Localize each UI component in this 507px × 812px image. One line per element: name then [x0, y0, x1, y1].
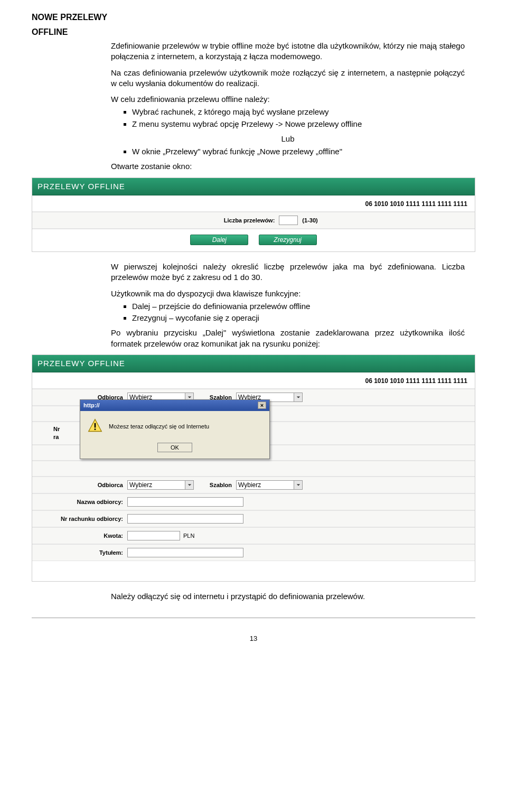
chevron-down-icon[interactable]	[185, 480, 194, 490]
steps-list-2: W oknie „Przelewy" wybrać funkcję „Nowe …	[132, 146, 465, 157]
open-window-text: Otwarte zostanie okno:	[111, 161, 465, 172]
intro-paragraph-2: Na czas definiowania przelewów użytkowni…	[111, 68, 465, 89]
panel2-header: PRZELEWY OFFLINE	[32, 355, 475, 372]
offline-panel-simple: PRZELEWY OFFLINE 06 1010 1010 1111 1111 …	[32, 178, 475, 252]
currency-label: PLN	[183, 532, 194, 540]
disconnect-dialog: http:// × Możesz teraz odłączyć się od I…	[80, 399, 270, 459]
step-item-3: W oknie „Przelewy" wybrać funkcję „Nowe …	[132, 146, 465, 157]
nr-short-label: Nr ra	[37, 425, 69, 441]
account-no-label: Nr rachunku odbiorcy:	[37, 515, 127, 523]
page-title-line1: NOWE PRZELEWY	[32, 12, 475, 23]
steps-list: Wybrać rachunek, z którego mają być wysł…	[132, 107, 465, 129]
warning-icon	[88, 418, 102, 435]
account-no-input[interactable]	[127, 514, 243, 524]
panel-header: PRZELEWY OFFLINE	[32, 178, 475, 195]
recipient-name-label: Nazwa odbiorcy:	[37, 498, 127, 506]
step-item-2: Z menu systemu wybrać opcję Przelewy -> …	[132, 119, 465, 129]
or-label: Lub	[111, 134, 465, 144]
chevron-down-icon[interactable]	[294, 393, 303, 402]
count-input[interactable]	[279, 216, 298, 225]
ok-button[interactable]: OK	[157, 443, 192, 452]
title-input[interactable]	[127, 548, 243, 557]
panel2-account: 06 1010 1010 1111 1111 1111 1111	[32, 372, 475, 389]
intro-paragraph-1: Zdefiniowanie przelewów w trybie offline…	[111, 41, 465, 62]
count-label: Liczba przelewów:	[189, 217, 279, 225]
recipient-label-2: Odbiorca	[37, 481, 127, 489]
next-button[interactable]: Dalej	[190, 235, 248, 245]
dialog-message: Możesz teraz odłączyć się od Internetu	[109, 423, 209, 431]
func-lead: Użytkownik ma do dyspozycji dwa klawisze…	[111, 288, 465, 299]
func-item-next: Dalej – przejście do definiowania przele…	[132, 301, 465, 312]
count-hint: (1-30)	[302, 217, 317, 225]
recipient-name-input[interactable]	[127, 497, 243, 507]
svg-rect-1	[95, 428, 96, 430]
account-number: 06 1010 1010 1111 1111 1111 1111	[32, 195, 475, 212]
template-select-2[interactable]	[236, 480, 294, 490]
recipient-select-2[interactable]	[127, 480, 185, 490]
func-item-cancel: Zrezygnuj – wycofanie się z operacji	[132, 313, 465, 323]
amount-label: Kwota:	[37, 532, 127, 540]
cancel-button[interactable]: Zrezygnuj	[259, 235, 317, 245]
offline-panel-form: PRZELEWY OFFLINE 06 1010 1010 1111 1111 …	[32, 354, 475, 582]
func-list: Dalej – przejście do definiowania przele…	[132, 301, 465, 324]
step-item-1: Wybrać rachunek, z którego mają być wysł…	[132, 107, 465, 117]
svg-rect-0	[95, 423, 96, 427]
title-label: Tytułem:	[37, 549, 127, 557]
footer-rule	[32, 618, 475, 618]
page-number: 13	[32, 634, 475, 643]
steps-lead: W celu zdefiniowania przelewu offline na…	[111, 94, 465, 105]
after-panel-para: W pierwszej kolejności należy okreslić l…	[111, 262, 465, 283]
closing-paragraph: Należy odłączyć się od internetu i przys…	[111, 591, 465, 602]
close-icon[interactable]: ×	[258, 402, 266, 409]
after-func-para: Po wybraniu przycisku „Dalej" wyświetlon…	[111, 328, 465, 349]
dialog-title: http://	[83, 402, 100, 409]
chevron-down-icon[interactable]	[294, 480, 303, 490]
template-label-2: Szablon	[194, 481, 236, 489]
page-title-line2: OFFLINE	[32, 26, 475, 38]
amount-input[interactable]	[127, 531, 180, 540]
